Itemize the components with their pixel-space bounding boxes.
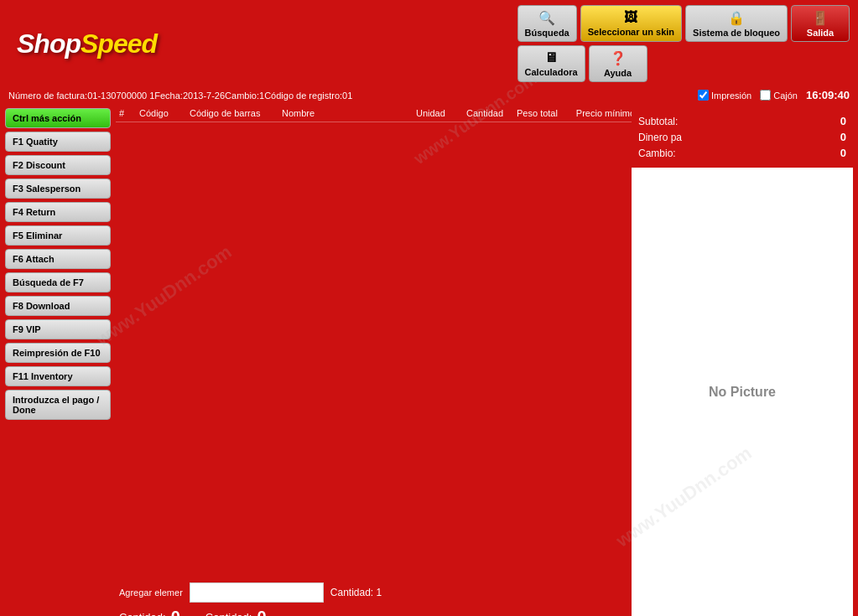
exit-icon: 🚪 [812, 10, 829, 26]
search-icon: 🔍 [538, 10, 555, 26]
invoice-right: Impresión Cajón 16:09:40 [698, 89, 850, 101]
subtotal-row: Subtotal: 0 [632, 113, 853, 129]
add-item-input[interactable] [190, 582, 324, 603]
main-area: Ctrl más acción F1 Quatity F2 Discount F… [0, 105, 858, 616]
cantidad1-label: Cantidad: [119, 611, 166, 616]
no-picture: No Picture [632, 168, 853, 616]
col-unit: Unidad [413, 108, 463, 118]
dinero-value: 0 [813, 131, 846, 143]
dinero-label: Dinero pa [638, 132, 682, 143]
qty-row: Cantidad: 0 Cantidad: 0 [116, 608, 632, 616]
cantidad2-label: Cantidad: [205, 611, 252, 616]
center-right: # Código Código de barras Nombre Unidad … [116, 105, 858, 616]
cajon-checkbox[interactable] [760, 90, 771, 101]
col-name: Nombre [278, 108, 413, 118]
sidebar-f2-discount[interactable]: F2 Discount [5, 155, 111, 175]
cantidad1-value: 0 [171, 608, 180, 616]
invoice-bar: Número de factura:01-130700000 1Fecha:20… [0, 87, 858, 105]
cantidad2-value: 0 [257, 608, 266, 616]
seleccionar-skin-button[interactable]: 🖼 Seleccionar un skin [580, 5, 682, 42]
table-header: # Código Código de barras Nombre Unidad … [116, 105, 632, 122]
sidebar-f4-return[interactable]: F4 Return [5, 202, 111, 222]
cambio-label: Cambio: [638, 148, 676, 159]
center-column: # Código Código de barras Nombre Unidad … [116, 105, 632, 616]
calculator-icon: 🖥 [544, 50, 558, 65]
add-item-label: Agregar elemer [119, 588, 183, 598]
quantity-label: Cantidad: 1 [330, 587, 382, 598]
dinero-row: Dinero pa 0 [632, 129, 853, 145]
sidebar-f8-download[interactable]: F8 Download [5, 296, 111, 316]
col-weight: Peso total [513, 108, 572, 118]
col-min-price: Precio mínimo [572, 108, 639, 118]
sidebar-f5-eliminar[interactable]: F5 Eliminar [5, 225, 111, 246]
salida-button[interactable]: 🚪 Salida [791, 5, 850, 42]
impresion-checkbox[interactable] [698, 90, 709, 101]
summary: Subtotal: 0 Dinero pa 0 Cambio: 0 [632, 110, 853, 164]
sidebar-f1-quantity[interactable]: F1 Quatity [5, 132, 111, 152]
impresion-label: Impresión [698, 90, 751, 101]
header: ShopSpeed 🔍 Búsqueda 🖼 Seleccionar un sk… [0, 0, 858, 87]
sidebar-ctrl-accion[interactable]: Ctrl más acción [5, 108, 111, 128]
logo-speed: Speed [81, 28, 157, 59]
add-item-row: Agregar elemer Cantidad: 1 [116, 582, 632, 603]
cambio-row: Cambio: 0 [632, 145, 853, 161]
logo-text: ShopSpeed [17, 28, 157, 59]
col-qty: Cantidad [463, 108, 513, 118]
lock-icon: 🔒 [728, 10, 745, 26]
col-barcode: Código de barras [186, 108, 278, 118]
col-num: # [116, 108, 136, 118]
sidebar-f7-busqueda[interactable]: Búsqueda de F7 [5, 272, 111, 292]
sidebar-f6-attach[interactable]: F6 Attach [5, 249, 111, 269]
sidebar-f12-pago[interactable]: Introduzca el pago / Done [5, 390, 111, 420]
header-buttons: 🔍 Búsqueda 🖼 Seleccionar un skin 🔒 Siste… [517, 5, 850, 82]
sidebar-f3-salesperson[interactable]: F3 Salesperson [5, 179, 111, 199]
cambio-value: 0 [813, 147, 846, 159]
busqueda-button[interactable]: 🔍 Búsqueda [517, 5, 577, 42]
help-icon: ❓ [610, 50, 627, 66]
sidebar: Ctrl más acción F1 Quatity F2 Discount F… [0, 105, 116, 616]
logo-shop: Shop [17, 28, 81, 59]
table-body [116, 122, 632, 582]
right-panel: Subtotal: 0 Dinero pa 0 Cambio: 0 No Pic… [632, 105, 858, 616]
clock-display: 16:09:40 [806, 89, 850, 101]
sidebar-f9-vip[interactable]: F9 VIP [5, 319, 111, 339]
subtotal-value: 0 [813, 115, 846, 127]
qty-block-1: Cantidad: 0 [119, 608, 180, 616]
sidebar-f11-inventory[interactable]: F11 Inventory [5, 366, 111, 386]
ayuda-button[interactable]: ❓ Ayuda [589, 45, 647, 82]
invoice-text: Número de factura:01-130700000 1Fecha:20… [8, 91, 352, 101]
col-code: Código [136, 108, 186, 118]
calculadora-button[interactable]: 🖥 Calculadora [517, 45, 585, 82]
qty-block-2: Cantidad: 0 [205, 608, 267, 616]
sistema-bloqueo-button[interactable]: 🔒 Sistema de bloqueo [685, 5, 788, 42]
logo: ShopSpeed [8, 23, 165, 65]
cajon-label: Cajón [760, 90, 798, 101]
sidebar-f10-reimpresion[interactable]: Reimpresión de F10 [5, 343, 111, 363]
skin-icon: 🖼 [624, 10, 637, 25]
subtotal-label: Subtotal: [638, 116, 678, 127]
